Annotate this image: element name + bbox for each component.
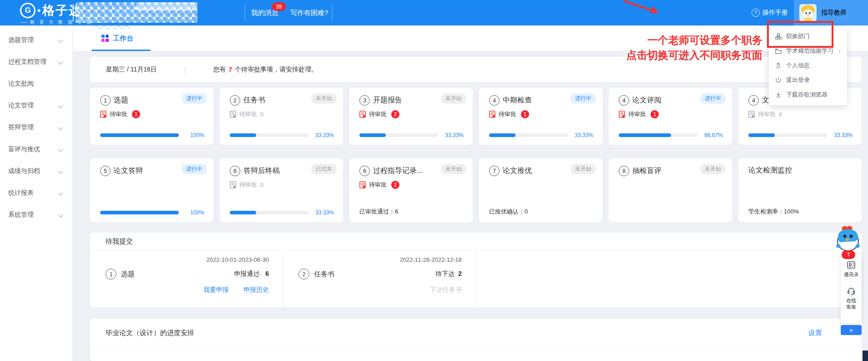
approval-doc-icon: [230, 111, 236, 118]
sidebar-item-process-docs[interactable]: 过程文档管理: [0, 51, 72, 73]
logout-icon: [775, 77, 782, 83]
stage-card-topic[interactable]: 1选题 进行中 待审批1 100%: [90, 88, 213, 145]
collapse-toolbar-button[interactable]: »: [841, 325, 862, 335]
progress-percent: 33.33%: [313, 132, 334, 138]
stage-card-spot-blind-review[interactable]: 8抽检盲评 未开始: [609, 158, 732, 222]
sidebar-item-defense-management[interactable]: 答辩管理: [0, 117, 72, 138]
folder-icon: [775, 48, 782, 54]
nav-divider: [73, 4, 74, 21]
status-badge: 未开始: [441, 93, 466, 104]
todo-stat-label: 待下达: [435, 270, 454, 277]
chevron-down-icon: [58, 37, 63, 42]
online-service-entry[interactable]: 在线客服: [846, 286, 856, 310]
todo-name: 任务书: [314, 270, 334, 279]
schedule-settings-button[interactable]: 设置: [808, 329, 822, 337]
stage-card-final-draft[interactable]: 6答辩后终稿 已结束 待审批0 33.33%: [220, 158, 343, 222]
chevron-down-icon: [58, 59, 63, 64]
stage-number: 2: [230, 95, 240, 106]
sidebar-item-label: 盲评与推优: [8, 145, 40, 153]
schedule-section: 毕业论文（设计）的进度安排 设置: [90, 319, 862, 361]
nav-divider: [245, 4, 245, 21]
stage-card-proposal-report[interactable]: 3开题报告 未开始 待审批2 33.33%: [349, 88, 473, 145]
sidebar-item-topic-management[interactable]: 选题管理: [0, 29, 72, 51]
progress-track: [619, 133, 697, 137]
approval-doc-icon: [100, 111, 106, 118]
logo-dot: •: [37, 5, 40, 16]
menu-item-logout[interactable]: 退出登录: [769, 73, 847, 87]
divider: [844, 282, 858, 282]
approval-doc-icon: [230, 181, 236, 188]
pending-label: 待审批: [628, 110, 646, 118]
sidebar-item-paper-management[interactable]: 论文管理: [0, 95, 72, 117]
sidebar-item-label: 成绩与归档: [8, 167, 40, 175]
progress-percent: 33.33%: [832, 132, 853, 138]
annotation-red-box: [767, 21, 833, 48]
todo-number: 2: [298, 269, 309, 280]
progress-fill: [230, 133, 256, 137]
stage-card-task-book[interactable]: 2任务书 未开始 待审批0 33.33%: [220, 88, 343, 145]
detection-rate-text: 学生检测率：100%: [748, 208, 853, 216]
chevron-down-icon: [58, 125, 63, 130]
todo-body: 2022-10-01-2023-06-30 1选题 申报通过·6 我要申报 申报…: [90, 250, 862, 307]
stage-title: 论文推优: [503, 166, 532, 176]
sidebar-item-grades-archive[interactable]: 成绩与归档: [0, 160, 72, 182]
sidebar-item-paper-review[interactable]: 论文批阅: [0, 73, 72, 95]
logo-g-icon: G: [20, 3, 35, 18]
progress-percent: 100%: [183, 209, 204, 216]
contacts-entry[interactable]: 通讯录: [844, 260, 859, 278]
writing-help[interactable]: 写作有困难?: [290, 0, 328, 25]
pending-label: 待审批: [239, 110, 257, 118]
stage-card-guidance-record[interactable]: 6过程指导记录... 未开始 待审批2 已审批通过：6: [349, 158, 473, 222]
apply-button[interactable]: 我要申报: [203, 286, 229, 293]
tab-workbench[interactable]: 工作台: [101, 25, 133, 51]
progress-percent: 33.33%: [313, 209, 334, 216]
approval-doc-icon: [748, 111, 755, 118]
stage-number: 5: [100, 166, 111, 176]
status-badge: 未开始: [700, 164, 726, 174]
issue-task-book-button[interactable]: 下达任务书: [430, 286, 462, 293]
pending-count: 7: [228, 66, 232, 73]
promotion-confirm-text: 已推优确认：0: [489, 208, 593, 216]
chevron-down-icon: [58, 103, 63, 108]
stage-card-detection-monitor[interactable]: 论文检测监控 学生检测率：100%: [738, 158, 862, 222]
stage-card-defense[interactable]: 5论文答辩 进行中 100%: [90, 158, 213, 222]
sidebar-item-label: 统计报表: [8, 189, 34, 197]
date-text: 星期三 / 11月16日: [106, 66, 157, 74]
annotation-line-1: 一个老师可设置多个职务: [626, 33, 762, 48]
menu-item-label: 下载谷歌浏览器: [786, 91, 828, 99]
todo-name: 选题: [121, 270, 135, 279]
stage-title: 中期检查: [503, 96, 532, 105]
sidebar-item-statistics[interactable]: 统计报表: [0, 182, 72, 204]
stage-number: 7: [489, 166, 500, 176]
stage-number: 6: [359, 166, 370, 176]
stage-title: 论文答辩: [114, 166, 143, 176]
menu-item-personal-info[interactable]: 个人信息: [769, 58, 847, 73]
stage-number: 3: [359, 95, 370, 106]
menu-item-label: 退出登录: [786, 76, 810, 84]
stage-card-midterm-check[interactable]: 4中期检查 进行中 待审批1 33.33%: [479, 88, 602, 145]
todo-date-range: 2022-10-01-2023-06-30: [207, 256, 269, 263]
sidebar-item-blind-review[interactable]: 盲评与推优: [0, 138, 72, 160]
stage-number: 6: [230, 166, 240, 176]
progress-track: [230, 211, 308, 214]
apply-history-button[interactable]: 申报历史: [243, 286, 269, 293]
progress-fill: [230, 211, 256, 214]
todo-date-range: 2022-11-28-2022-12-18: [400, 256, 462, 263]
menu-item-download-chrome[interactable]: 下载谷歌浏览器: [769, 87, 847, 102]
progress-percent: 33.33%: [572, 132, 593, 138]
annotation-text: 一个老师可设置多个职务 点击切换可进入不同职务页面: [626, 33, 762, 63]
stage-card-paper-promotion[interactable]: 7论文推优 未开始 已推优确认：0: [479, 158, 602, 222]
pending-count-badge: 2: [391, 181, 399, 189]
mascot-penguin[interactable]: [833, 225, 863, 253]
chevron-down-icon: [58, 147, 63, 152]
stage-card-paper-review[interactable]: 4论文评阅 进行中 待审批1 66.67%: [609, 88, 732, 145]
submenu-arrow-icon: ›: [838, 47, 841, 55]
todo-section-title: 待我提交: [106, 237, 133, 246]
pending-count: 0: [260, 111, 263, 118]
progress-track: [359, 133, 438, 137]
progress-track: [489, 133, 568, 137]
stage-title: 答辩后终稿: [243, 166, 280, 176]
sidebar-item-label: 过程文档管理: [8, 58, 46, 66]
pending-label: 待审批: [758, 110, 776, 118]
sidebar-item-system[interactable]: 系统管理: [0, 204, 72, 226]
